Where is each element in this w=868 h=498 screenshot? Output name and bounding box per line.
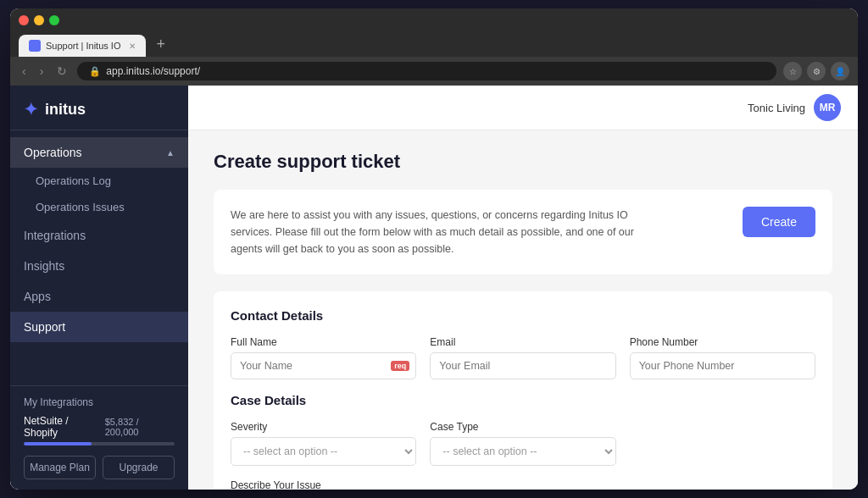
case-type-select[interactable]: -- select an option -- <box>430 437 615 466</box>
progress-bar-fill <box>24 442 92 445</box>
main-content: Create support ticket We are here to ass… <box>188 130 858 490</box>
case-details-title: Case Details <box>231 393 815 407</box>
full-name-group: Full Name req <box>231 336 416 379</box>
sidebar-item-operations-label: Operations <box>24 146 81 159</box>
new-tab-button[interactable]: + <box>149 32 172 57</box>
forward-button[interactable]: › <box>36 63 47 80</box>
sidebar-item-operations[interactable]: Operations ▲ <box>10 137 188 168</box>
case-type-group: Case Type -- select an option -- <box>430 421 615 466</box>
case-details-row: Severity -- select an option -- Case Typ… <box>231 421 815 466</box>
describe-group: Describe Your Issue <box>231 479 815 490</box>
avatar: MR <box>814 94 841 121</box>
logo-icon: ✦ <box>24 99 38 119</box>
email-input[interactable] <box>430 352 615 379</box>
sidebar-item-insights[interactable]: Insights <box>10 251 188 281</box>
bookmark-icon[interactable]: ☆ <box>783 62 802 80</box>
sidebar-nav: Operations ▲ Operations Log Operations I… <box>10 130 188 385</box>
extension-icon[interactable]: ⚙ <box>807 62 826 80</box>
full-name-label: Full Name <box>231 336 416 348</box>
back-button[interactable]: ‹ <box>19 63 30 80</box>
browser-tab[interactable]: Support | Initus IO ✕ <box>19 35 146 57</box>
traffic-light-green[interactable] <box>49 15 59 25</box>
traffic-light-yellow[interactable] <box>34 15 44 25</box>
traffic-light-red[interactable] <box>19 15 29 25</box>
email-label: Email <box>430 336 615 348</box>
tab-favicon <box>29 40 41 52</box>
contact-details-title: Contact Details <box>231 308 815 323</box>
sidebar-item-integrations-label: Integrations <box>24 229 86 242</box>
address-text: app.initus.io/support/ <box>106 65 200 77</box>
phone-input[interactable] <box>630 352 815 379</box>
user-info: Tonic Living MR <box>748 94 841 121</box>
integration-item: NetSuite / Shopify $5,832 / 200,000 <box>24 415 175 445</box>
upgrade-button[interactable]: Upgrade <box>103 456 175 479</box>
case-type-label: Case Type <box>430 421 615 433</box>
spacer-group <box>630 421 815 466</box>
address-bar[interactable]: 🔒 app.initus.io/support/ <box>77 62 776 80</box>
profile-icon[interactable]: 👤 <box>831 62 849 80</box>
email-group: Email <box>430 336 615 379</box>
intro-section: We are here to assist you with any issue… <box>214 190 832 274</box>
top-bar: Tonic Living MR <box>188 86 858 130</box>
progress-bar-background <box>24 442 175 445</box>
sidebar-item-apps[interactable]: Apps <box>10 281 188 312</box>
create-button[interactable]: Create <box>743 207 815 237</box>
page-title: Create support ticket <box>214 151 832 173</box>
sidebar-item-apps-label: Apps <box>24 290 51 303</box>
integration-name: NetSuite / Shopify <box>24 415 105 439</box>
required-badge: req <box>391 361 409 371</box>
logo-text: initus <box>45 101 86 119</box>
full-name-input[interactable] <box>231 352 416 379</box>
sidebar-item-operations-log[interactable]: Operations Log <box>10 168 188 194</box>
refresh-button[interactable]: ↻ <box>53 63 70 80</box>
sidebar-item-insights-label: Insights <box>24 259 64 273</box>
sidebar-footer: My Integrations NetSuite / Shopify $5,83… <box>10 385 188 490</box>
operations-arrow-icon: ▲ <box>166 148 175 158</box>
sidebar-logo: ✦ initus <box>10 86 188 130</box>
tab-close-btn[interactable]: ✕ <box>129 42 136 51</box>
phone-label: Phone Number <box>630 336 815 348</box>
tab-label: Support | Initus IO <box>46 41 120 51</box>
severity-select[interactable]: -- select an option -- <box>231 437 416 466</box>
contact-details-row: Full Name req Email <box>231 336 815 379</box>
sidebar-item-operations-issues[interactable]: Operations Issues <box>10 194 188 220</box>
describe-label: Describe Your Issue <box>231 479 815 490</box>
manage-plan-button[interactable]: Manage Plan <box>24 456 96 479</box>
sidebar-item-support-label: Support <box>24 320 65 334</box>
integration-usage: $5,832 / 200,000 <box>105 417 175 437</box>
user-name: Tonic Living <box>748 102 805 114</box>
sidebar-item-support[interactable]: Support <box>10 312 188 342</box>
severity-group: Severity -- select an option -- <box>231 421 416 466</box>
my-integrations-label: My Integrations <box>24 396 175 408</box>
right-panel: Tonic Living MR Create support ticket We… <box>188 86 858 490</box>
sidebar: ✦ initus Operations ▲ Operations Log Ope… <box>10 86 188 490</box>
intro-text: We are here to assist you with any issue… <box>231 207 637 257</box>
phone-group: Phone Number <box>630 336 815 379</box>
sidebar-item-integrations[interactable]: Integrations <box>10 220 188 251</box>
form-section: Contact Details Full Name req Email <box>214 291 832 490</box>
severity-label: Severity <box>231 421 416 433</box>
address-bar-row: ‹ › ↻ 🔒 app.initus.io/support/ ☆ ⚙ 👤 <box>10 57 858 86</box>
